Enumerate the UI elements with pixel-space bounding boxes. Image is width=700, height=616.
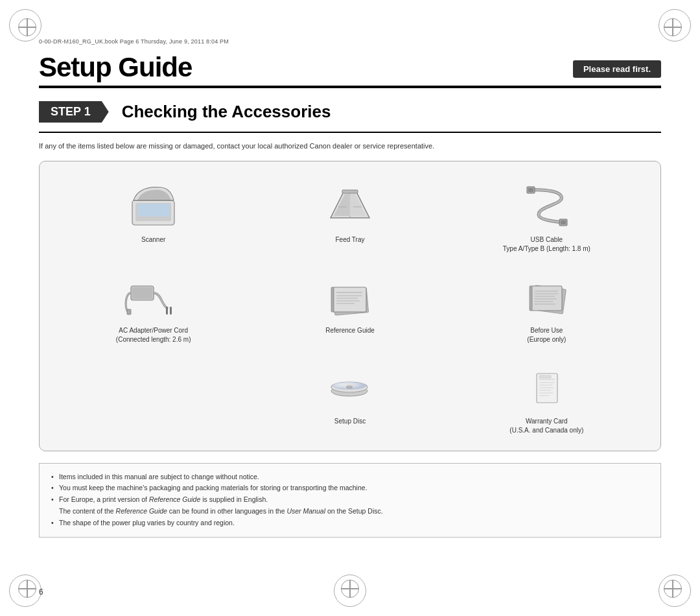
- accessory-warranty-card: Warranty Card(U.S.A. and Canada only): [449, 356, 645, 440]
- please-read-badge: Please read first.: [573, 60, 661, 78]
- svg-rect-9: [528, 188, 533, 192]
- before-use-label: Before Use(Europe only): [527, 326, 566, 344]
- svg-rect-47: [539, 375, 551, 378]
- scanner-icon: [124, 180, 183, 231]
- reg-mark-tr: [664, 18, 682, 36]
- title-underline: [39, 86, 661, 88]
- reg-mark-br: [664, 580, 682, 598]
- setup-disc-label: Setup Disc: [334, 417, 366, 426]
- intro-text: If any of the items listed below are mis…: [39, 141, 661, 152]
- svg-rect-13: [132, 287, 152, 299]
- svg-rect-5: [342, 190, 358, 193]
- accessory-reference-guide: Reference Guide: [251, 265, 448, 349]
- svg-rect-11: [561, 220, 566, 224]
- setup-disc-icon: [321, 361, 379, 413]
- reference-guide-icon: [321, 270, 379, 322]
- reg-mark-tl: [18, 18, 36, 36]
- reference-guide-label: Reference Guide: [325, 326, 375, 335]
- usb-cable-icon: [517, 180, 576, 231]
- accessory-scanner: Scanner: [55, 174, 251, 259]
- note-4: The shape of the power plug varies by co…: [50, 517, 650, 529]
- step-badge: STEP 1: [39, 101, 109, 123]
- ac-adapter-label: AC Adapter/Power Cord(Connected length: …: [116, 326, 191, 344]
- main-content: Setup Guide Please read first. STEP 1 Ch…: [39, 52, 661, 577]
- scanner-label: Scanner: [141, 235, 165, 244]
- accessories-box: Scanner: [39, 161, 661, 451]
- svg-rect-15: [170, 307, 172, 314]
- step-title: Checking the Accessories: [122, 102, 331, 122]
- svg-rect-18: [332, 287, 366, 312]
- svg-rect-16: [127, 309, 131, 314]
- svg-rect-26: [531, 286, 562, 311]
- svg-point-37: [346, 386, 353, 388]
- svg-rect-14: [166, 307, 168, 314]
- page-title: Setup Guide: [39, 52, 192, 83]
- note-1: Items included in this manual are subjec…: [50, 471, 650, 483]
- title-row: Setup Guide Please read first.: [39, 52, 661, 83]
- accessory-ac-adapter: AC Adapter/Power Cord(Connected length: …: [55, 265, 251, 349]
- accessory-before-use: Before Use(Europe only): [449, 265, 645, 349]
- feed-tray-icon: [321, 180, 379, 231]
- svg-rect-24: [331, 287, 334, 312]
- warranty-card-label: Warranty Card(U.S.A. and Canada only): [509, 417, 583, 435]
- step-header-line: [39, 132, 661, 133]
- svg-rect-2: [137, 204, 169, 217]
- step-header: STEP 1 Checking the Accessories: [39, 101, 661, 123]
- accessory-feed-tray: Feed Tray: [251, 174, 448, 259]
- accessory-usb-cable: USB CableType A/Type B (Length: 1.8 m): [449, 174, 645, 259]
- accessory-setup-disc: Setup Disc: [251, 356, 448, 440]
- accessories-grid: Scanner: [55, 174, 645, 440]
- svg-rect-33: [530, 286, 532, 311]
- note-3: For Europe, a print version of Reference…: [50, 494, 650, 506]
- feed-tray-label: Feed Tray: [335, 235, 364, 244]
- note-2: You must keep the machine's packaging an…: [50, 482, 650, 494]
- ac-adapter-icon: [124, 270, 183, 322]
- warranty-card-icon: [517, 361, 576, 413]
- before-use-icon: [517, 270, 576, 322]
- file-label: 0-00-DR-M160_RG_UK.book Page 6 Thursday,…: [39, 38, 229, 45]
- note-3b: The content of the Reference Guide can b…: [50, 506, 650, 517]
- usb-cable-label: USB CableType A/Type B (Length: 1.8 m): [503, 235, 590, 254]
- reg-mark-bm: [341, 580, 359, 598]
- notes-box: Items included in this manual are subjec…: [39, 463, 661, 538]
- reg-mark-bl: [18, 580, 36, 598]
- top-bar: 0-00-DR-M160_RG_UK.book Page 6 Thursday,…: [39, 36, 661, 47]
- page-number: 6: [39, 587, 43, 597]
